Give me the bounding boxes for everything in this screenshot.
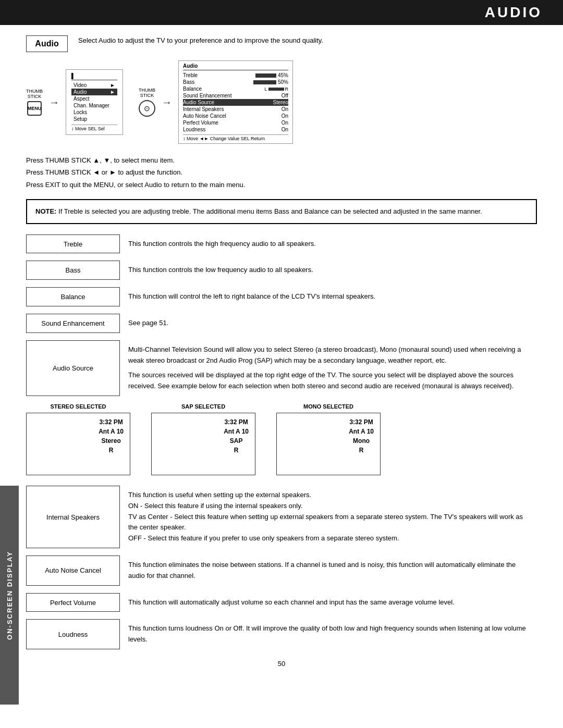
auto-noise-cancel-desc: This function eliminates the noise betwe… [120,556,537,586]
diagram-right: THUMBSTICK ⊙ → Audio Treble 45% Bass 50%… [139,60,293,144]
intro-text: Select Audio to adjust the TV to your pr… [78,35,537,46]
press-instructions: Press THUMB STICK ▲, ▼, to select menu i… [26,154,537,191]
thumb-stick-circle-icon: ⊙ [139,100,155,117]
thumb-stick-left: THUMBSTICK MENU [26,89,43,116]
sap-selected-group: SAP SELECTED 3:32 PM Ant A 10 SAP R [151,403,255,475]
function-row-auto-noise-cancel: Auto Noise Cancel This function eliminat… [26,556,537,586]
auto-noise-cancel-label: Auto Noise Cancel [26,556,120,586]
arrow-right-1: → [49,96,59,108]
mono-display-box: 3:32 PM Ant A 10 Mono R [276,413,381,475]
sound-enhancement-label: Sound Enhancement [26,314,120,333]
note-text: If Treble is selected you are adjusting … [58,207,482,215]
diagrams-row: THUMBSTICK MENU → ▌ Video ► Audio ► Aspe… [26,60,537,144]
function-row-perfect-volume: Perfect Volume This function will automa… [26,593,537,612]
treble-label: Treble [26,235,120,254]
top-intro-section: Audio Select Audio to adjust the TV to y… [26,35,537,52]
mono-title: MONO SELECTED [303,403,353,410]
bass-desc: This function controls the low frequency… [120,261,537,280]
thumb-stick-right: THUMBSTICK ⊙ [139,88,155,117]
balance-label: Balance [26,287,120,306]
on-screen-display-sidebar: ON-SCREEN DISPLAY [0,486,19,705]
sound-enhancement-desc: See page 51. [120,314,537,333]
instruction-line-2: Press THUMB STICK ◄ or ► to adjust the f… [26,166,537,178]
sap-display-box: 3:32 PM Ant A 10 SAP R [151,413,255,475]
stereo-selected-group: STEREO SELECTED 3:32 PM Ant A 10 Stereo … [26,403,130,475]
audio-source-desc: Multi-Channel Television Sound will allo… [120,340,537,396]
function-row-balance: Balance This function will control the l… [26,287,537,306]
note-label: NOTE: [35,207,56,215]
function-row-bass: Bass This function controls the low freq… [26,261,537,280]
loudness-label: Loudness [26,619,120,649]
instruction-line-3: Press EXIT to quit the MENU, or select A… [26,179,537,191]
diagram-left: THUMBSTICK MENU → ▌ Video ► Audio ► Aspe… [26,69,123,135]
instruction-line-1: Press THUMB STICK ▲, ▼, to select menu i… [26,154,537,166]
internal-speakers-desc: This function is useful when setting up … [120,486,537,548]
audio-menu-expanded-diagram: Audio Treble 45% Bass 50% Balance L R So… [178,60,293,144]
function-row-treble: Treble This function controls the high f… [26,235,537,254]
audio-source-para2: The sources received will be displayed a… [128,370,529,392]
on-screen-display-label: ON-SCREEN DISPLAY [6,551,14,640]
arrow-right-2: → [162,96,172,108]
stereo-title: STEREO SELECTED [51,403,106,410]
loudness-desc: This function turns loudness On or Off. … [120,619,537,649]
perfect-volume-desc: This function will automatically adjust … [120,593,537,612]
on-screen-display-section: ON-SCREEN DISPLAY Internal Speakers This… [26,486,537,649]
page-header: AUDIO [0,0,563,25]
note-box: NOTE: If Treble is selected you are adju… [26,199,537,224]
stereo-display-box: 3:32 PM Ant A 10 Stereo R [26,413,130,475]
function-row-sound-enhancement: Sound Enhancement See page 51. [26,314,537,333]
internal-speakers-label: Internal Speakers [26,486,120,548]
treble-desc: This function controls the high frequenc… [120,235,537,254]
bass-label: Bass [26,261,120,280]
function-row-audio-source: Audio Source Multi-Channel Television So… [26,340,537,396]
selection-examples-container: STEREO SELECTED 3:32 PM Ant A 10 Stereo … [26,403,537,475]
header-title: AUDIO [485,4,542,20]
audio-source-para1: Multi-Channel Television Sound will allo… [128,344,529,366]
audio-source-label: Audio Source [26,340,120,396]
function-row-internal-speakers: Internal Speakers This function is usefu… [26,486,537,548]
mono-selected-group: MONO SELECTED 3:32 PM Ant A 10 Mono R [276,403,381,475]
page-number: 50 [26,660,537,673]
function-row-loudness: Loudness This function turns loudness On… [26,619,537,649]
sap-title: SAP SELECTED [181,403,225,410]
menu-button-icon: MENU [27,101,42,116]
main-menu-diagram: ▌ Video ► Audio ► Aspect Chan. Manager L… [66,69,123,135]
perfect-volume-label: Perfect Volume [26,593,120,612]
balance-desc: This function will control the left to r… [120,287,537,306]
audio-label-box: Audio [26,35,68,52]
